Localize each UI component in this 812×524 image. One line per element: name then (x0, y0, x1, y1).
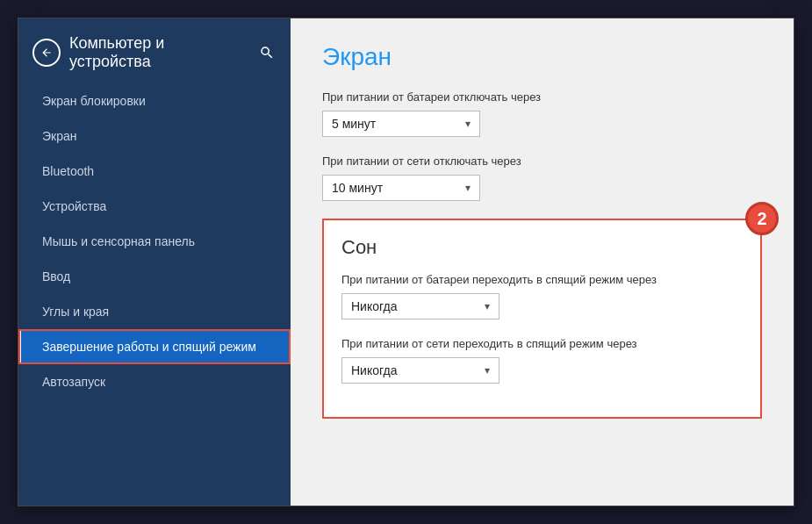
dropdown-arrow-1: ▾ (465, 118, 471, 130)
sidebar-header: Компьютер и устройства (18, 18, 291, 83)
sidebar-nav: Экран блокировки Экран Bluetooth Устройс… (18, 83, 291, 506)
network-off-section: При питании от сети отключать через 10 м… (322, 154, 762, 201)
battery-sleep-value: Никогда (351, 299, 397, 313)
network-off-label: При питании от сети отключать через (322, 154, 762, 168)
battery-sleep-label: При питании от батареи переходить в спящ… (341, 273, 743, 286)
battery-off-value: 5 минут (332, 117, 376, 131)
son-title: Сон (341, 236, 743, 259)
content-area: Экран При питании от батареи отключать ч… (291, 18, 794, 506)
dropdown-arrow-3: ▾ (485, 300, 490, 312)
sidebar-item-autorun[interactable]: Автозапуск (18, 364, 291, 399)
search-button[interactable] (257, 43, 277, 62)
dropdown-arrow-2: ▾ (465, 182, 471, 194)
back-button[interactable] (32, 39, 61, 67)
battery-off-dropdown[interactable]: 5 минут ▾ (322, 111, 480, 137)
page-title: Экран (322, 43, 762, 71)
son-wrapper: Сон При питании от батареи переходить в … (322, 219, 762, 419)
sidebar-item-screen[interactable]: Экран (18, 118, 291, 154)
network-sleep-section: При питании от сети переходить в спящий … (341, 337, 743, 384)
sidebar-item-shutdown[interactable]: Завершение работы и спящий режим (18, 329, 291, 364)
search-icon (259, 45, 275, 61)
network-sleep-value: Никогда (351, 363, 397, 377)
son-section: Сон При питании от батареи переходить в … (322, 219, 762, 419)
battery-sleep-section: При питании от батареи переходить в спящ… (341, 273, 743, 319)
network-off-value: 10 минут (332, 181, 383, 195)
app-window: Компьютер и устройства Экран блокировки … (18, 18, 794, 506)
network-off-dropdown[interactable]: 10 минут ▾ (322, 175, 480, 201)
network-sleep-label: При питании от сети переходить в спящий … (341, 337, 743, 350)
battery-off-section: При питании от батареи отключать через 5… (322, 90, 762, 137)
battery-off-label: При питании от батареи отключать через (322, 90, 762, 104)
sidebar-item-mouse[interactable]: Мышь и сенсорная панель (18, 224, 291, 259)
sidebar: Компьютер и устройства Экран блокировки … (18, 18, 291, 506)
sidebar-item-input[interactable]: Ввод (18, 259, 291, 294)
sidebar-item-lock-screen[interactable]: Экран блокировки (18, 83, 291, 118)
battery-sleep-dropdown[interactable]: Никогда ▾ (341, 293, 499, 319)
badge-2: 2 (745, 202, 779, 235)
sidebar-title: Компьютер и устройства (69, 34, 248, 71)
sidebar-item-bluetooth[interactable]: Bluetooth (18, 154, 291, 189)
back-icon (40, 47, 53, 59)
network-sleep-dropdown[interactable]: Никогда ▾ (341, 357, 499, 384)
sidebar-item-devices[interactable]: Устройства (18, 189, 291, 224)
dropdown-arrow-4: ▾ (485, 364, 490, 377)
sidebar-item-corners[interactable]: Углы и края (18, 294, 291, 329)
